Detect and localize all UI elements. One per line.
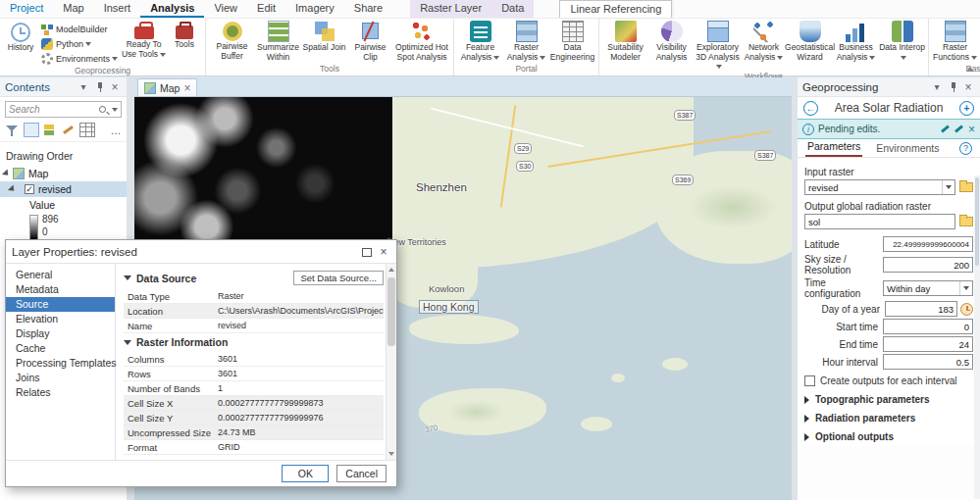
create-outputs-checkbox[interactable] [804,375,815,386]
add-to-model-icon[interactable] [959,101,974,116]
search-input[interactable]: Search [5,101,122,118]
day-of-year-input[interactable]: 183 [885,301,957,317]
help-icon[interactable] [959,142,972,155]
nav-metadata[interactable]: Metadata [6,282,115,297]
more-icon[interactable] [109,124,123,137]
tools-button[interactable]: Tools [167,19,202,50]
filter-icon[interactable] [6,125,18,136]
nav-joins[interactable]: Joins [6,371,115,385]
search-options-caret-icon[interactable] [112,108,118,112]
dialog-title-bar[interactable]: Layer Properties: revised [6,240,396,264]
tree-item-revised-layer[interactable]: revised [0,181,127,197]
layer-visibility-checkbox[interactable] [25,184,34,194]
nav-source[interactable]: Source [6,297,115,312]
list-by-drawing-order-icon[interactable] [24,123,39,137]
python-button[interactable]: Python [38,36,121,51]
dismiss-pending-icon[interactable] [968,123,975,136]
raster-functions-button[interactable]: Raster Functions [932,19,978,63]
ribbon-collapse-icon[interactable] [966,67,974,72]
expander-icon[interactable] [2,169,11,177]
ok-button[interactable]: OK [282,465,329,482]
tab-share[interactable]: Share [344,0,392,18]
sky-size-input[interactable]: 200 [883,257,973,273]
nav-general[interactable]: General [6,268,115,282]
time-configuration-combo[interactable]: Within day [883,280,973,296]
tab-view[interactable]: View [204,0,247,18]
save-edits-icon[interactable] [940,124,951,134]
contents-close-icon[interactable] [108,80,122,94]
cancel-button[interactable]: Cancel [336,465,387,482]
tab-edit[interactable]: Edit [247,0,285,18]
spatial-join-button[interactable]: Spatial Join [301,19,347,53]
scroll-up-icon[interactable] [388,268,394,272]
scroll-down-icon[interactable] [388,452,394,456]
discard-edits-icon[interactable] [954,124,964,134]
network-analysis-button[interactable]: Network Analysis [741,19,787,63]
geoprocessing-scrollbar[interactable] [974,175,980,499]
section-topographic-parameters[interactable]: Topographic parameters [798,390,980,409]
optimized-hot-spot-button[interactable]: Optimized Hot Spot Analysis [393,19,450,63]
suitability-modeler-button[interactable]: Suitability Modeler [602,19,648,63]
tree-item-map[interactable]: Map [0,166,127,181]
chevron-down-icon[interactable] [959,281,972,295]
visibility-analysis-button[interactable]: Visibility Analysis [648,19,695,63]
nav-processing-templates[interactable]: Processing Templates [6,356,115,371]
tab-insert[interactable]: Insert [94,0,141,18]
expander-icon[interactable] [8,184,17,193]
browse-folder-icon[interactable] [959,217,973,226]
maximize-icon[interactable] [359,245,373,259]
geoprocessing-close-icon[interactable] [961,80,975,94]
tab-linear-referencing[interactable]: Linear Referencing [559,0,672,18]
contents-menu-icon[interactable] [77,80,90,94]
list-by-editing-icon[interactable] [61,123,77,137]
tab-project[interactable]: Project [0,0,53,18]
input-raster-combo[interactable]: revised [804,179,955,195]
environments-button[interactable]: Environments [38,51,121,66]
dialog-scrollbar[interactable] [386,264,396,460]
tab-map-view[interactable]: Map [137,78,197,96]
exploratory-3d-button[interactable]: Exploratory 3D Analysis [695,19,741,72]
section-optional-outputs[interactable]: Optional outputs [798,427,980,446]
scroll-thumb[interactable] [975,177,979,266]
start-time-input[interactable]: 0 [883,319,973,334]
tab-raster-layer[interactable]: Raster Layer [410,0,491,18]
tab-data[interactable]: Data [491,0,534,18]
geoprocessing-pin-icon[interactable] [949,81,958,93]
latitude-input[interactable]: 22.499999999600004 [883,236,973,252]
tab-imagery[interactable]: Imagery [285,0,344,18]
chevron-down-icon[interactable] [942,180,954,194]
pairwise-buffer-button[interactable]: Pairwise Buffer [209,19,255,62]
data-source-section-header[interactable]: Data Source Set Data Source... [124,271,384,285]
feature-analysis-button[interactable]: Feature Analysis [457,19,503,63]
set-data-source-button[interactable]: Set Data Source... [293,271,384,285]
raster-analysis-button[interactable]: Raster Analysis [503,19,549,63]
clock-icon[interactable] [960,303,973,316]
output-raster-input[interactable]: sol [804,214,955,229]
end-time-input[interactable]: 24 [883,336,973,352]
geostatistical-wizard-button[interactable]: Geostatistical Wizard [787,19,833,63]
data-engineering-button[interactable]: Data Engineering [549,19,595,63]
tab-analysis[interactable]: Analysis [140,0,204,18]
nav-relates[interactable]: Relates [6,385,115,400]
list-by-snapping-icon[interactable] [79,123,95,137]
contents-pin-icon[interactable] [95,81,105,93]
back-button[interactable] [803,101,818,116]
list-by-source-icon[interactable] [42,123,58,137]
nav-cache[interactable]: Cache [6,341,115,356]
tab-environments[interactable]: Environments [874,142,941,157]
business-analysis-button[interactable]: Business Analysis [833,19,879,63]
pairwise-clip-button[interactable]: Pairwise Clip [347,19,393,63]
ready-to-use-tools-button[interactable]: Ready To Use Tools [121,19,167,60]
modelbuilder-button[interactable]: ModelBuilder [38,22,121,36]
browse-folder-icon[interactable] [959,182,973,192]
close-map-tab-icon[interactable] [183,81,190,95]
section-radiation-parameters[interactable]: Radiation parameters [798,409,980,427]
tab-map[interactable]: Map [53,0,93,18]
summarize-within-button[interactable]: Summarize Within [255,19,301,63]
history-button[interactable]: History [3,19,38,53]
nav-elevation[interactable]: Elevation [6,312,115,326]
hour-interval-input[interactable]: 0.5 [883,354,973,370]
nav-display[interactable]: Display [6,326,115,341]
tab-parameters[interactable]: Parameters [805,140,862,157]
scroll-thumb[interactable] [387,277,395,346]
